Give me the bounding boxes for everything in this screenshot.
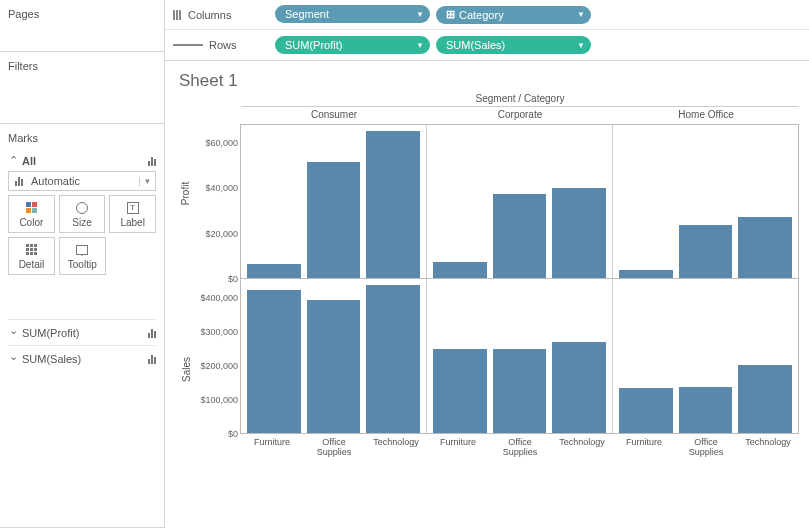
sales-axis-label: Sales (181, 357, 192, 382)
marks-measure-label: SUM(Sales) (22, 353, 81, 365)
filters-shelf[interactable]: Filters (0, 52, 164, 124)
category-label[interactable]: Furniture (427, 434, 489, 458)
category-label[interactable]: Technology (365, 434, 427, 458)
marks-measure-sales[interactable]: ⌄ SUM(Sales) (8, 345, 156, 367)
category-label[interactable]: Technology (737, 434, 799, 458)
y-tick: $400,000 (200, 293, 238, 303)
marks-card: Marks ⌃ All Automatic ▼ Color (0, 124, 164, 528)
bar[interactable] (493, 194, 547, 278)
pill-label: Segment (285, 8, 329, 20)
tooltip-label: Tooltip (68, 259, 97, 270)
mark-type-dropdown[interactable]: Automatic ▼ (8, 171, 156, 191)
chevron-up-icon: ⌃ (8, 154, 18, 167)
pill-category[interactable]: ⊞Category▼ (436, 6, 591, 24)
y-tick: $60,000 (205, 138, 238, 148)
chevron-down-icon: ⌄ (8, 350, 18, 363)
category-label[interactable]: OfficeSupplies (675, 434, 737, 458)
pill-sum-profit-[interactable]: SUM(Profit)▼ (275, 36, 430, 54)
columns-shelf[interactable]: Columns Segment▼⊞Category▼ (165, 0, 809, 30)
bar[interactable] (366, 131, 420, 278)
bar[interactable] (307, 162, 361, 278)
marks-title: Marks (8, 130, 156, 150)
bar[interactable] (247, 290, 301, 433)
bar-chart-icon (148, 328, 156, 338)
marks-measure-label: SUM(Profit) (22, 327, 79, 339)
category-label[interactable]: Furniture (613, 434, 675, 458)
bar[interactable] (619, 388, 673, 433)
label-icon: T (127, 202, 139, 214)
segment-header[interactable]: Corporate (427, 106, 613, 124)
segment-header[interactable]: Home Office (613, 106, 799, 124)
size-label: Size (72, 217, 91, 228)
sheet-title[interactable]: Sheet 1 (179, 71, 799, 91)
bar[interactable] (679, 225, 733, 278)
viz-area: Sheet 1 Segment / Category Profit Sales … (165, 61, 809, 528)
y-tick: $40,000 (205, 183, 238, 193)
bar[interactable] (433, 349, 487, 433)
mark-type-label: Automatic (29, 175, 139, 187)
category-label[interactable]: OfficeSupplies (303, 434, 365, 458)
pages-title: Pages (8, 6, 156, 26)
size-card[interactable]: Size (59, 195, 106, 233)
detail-label: Detail (19, 259, 45, 270)
color-icon (26, 202, 37, 213)
y-tick: $300,000 (200, 327, 238, 337)
color-label: Color (19, 217, 43, 228)
y-tick: $20,000 (205, 229, 238, 239)
columns-icon (173, 10, 182, 20)
size-icon (76, 202, 88, 214)
bar[interactable] (247, 264, 301, 278)
chevron-down-icon: ▼ (577, 10, 585, 19)
segment-pane (427, 279, 613, 433)
segment-pane (427, 125, 613, 278)
rows-shelf[interactable]: Rows SUM(Profit)▼SUM(Sales)▼ (165, 30, 809, 60)
bar[interactable] (366, 285, 420, 434)
bar[interactable] (738, 365, 792, 433)
bar[interactable] (307, 300, 361, 433)
color-card[interactable]: Color (8, 195, 55, 233)
pill-sum-sales-[interactable]: SUM(Sales)▼ (436, 36, 591, 54)
filters-title: Filters (8, 58, 156, 78)
category-label[interactable]: Technology (551, 434, 613, 458)
detail-card[interactable]: Detail (8, 237, 55, 275)
chevron-down-icon: ▼ (416, 10, 424, 19)
category-label[interactable]: OfficeSupplies (489, 434, 551, 458)
tooltip-icon (76, 245, 88, 255)
main: Columns Segment▼⊞Category▼ Rows SUM(Prof… (165, 0, 809, 528)
pill-label: SUM(Sales) (446, 39, 505, 51)
bar-chart-icon (148, 354, 156, 364)
pill-segment[interactable]: Segment▼ (275, 5, 430, 23)
expand-icon: ⊞ (446, 8, 455, 21)
y-tick: $100,000 (200, 395, 238, 405)
bar[interactable] (738, 217, 792, 278)
rows-icon (173, 44, 203, 47)
label-card[interactable]: T Label (109, 195, 156, 233)
bar[interactable] (552, 188, 606, 278)
chevron-down-icon: ▼ (416, 41, 424, 50)
tooltip-card[interactable]: Tooltip (59, 237, 106, 275)
marks-all-row[interactable]: ⌃ All (8, 150, 156, 171)
columns-label: Columns (188, 9, 231, 21)
category-label[interactable]: Furniture (241, 434, 303, 458)
header-label: Segment / Category (241, 93, 799, 104)
pages-shelf[interactable]: Pages (0, 0, 164, 52)
marks-measure-profit[interactable]: ⌄ SUM(Profit) (8, 319, 156, 341)
segment-header[interactable]: Consumer (241, 106, 427, 124)
bar-chart-icon (148, 156, 156, 166)
chevron-down-icon: ⌄ (8, 324, 18, 337)
segment-pane (241, 279, 427, 433)
shelves: Columns Segment▼⊞Category▼ Rows SUM(Prof… (165, 0, 809, 61)
chevron-down-icon: ▼ (139, 177, 155, 186)
bar[interactable] (619, 270, 673, 278)
pill-label: Category (459, 9, 504, 21)
y-tick: $0 (228, 429, 238, 439)
segment-pane (613, 125, 799, 278)
bar[interactable] (433, 262, 487, 278)
label-label: Label (120, 217, 144, 228)
profit-axis-label: Profit (181, 182, 192, 205)
bar[interactable] (679, 387, 733, 433)
detail-icon (26, 244, 37, 255)
bar[interactable] (493, 349, 547, 433)
rows-label: Rows (209, 39, 237, 51)
bar[interactable] (552, 342, 606, 433)
